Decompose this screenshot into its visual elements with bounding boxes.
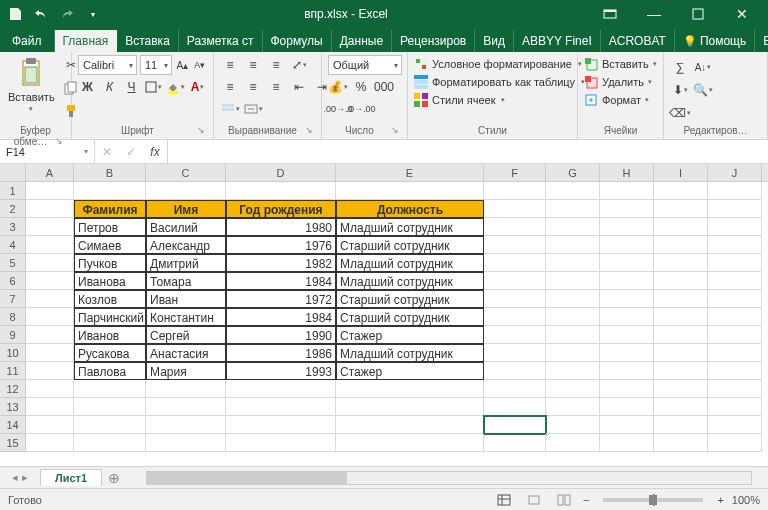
cell[interactable] — [26, 182, 74, 200]
cell[interactable] — [146, 398, 226, 416]
decrease-font-icon[interactable]: A▾ — [193, 55, 207, 75]
cell[interactable] — [600, 326, 654, 344]
increase-font-icon[interactable]: A▴ — [175, 55, 189, 75]
cell[interactable]: 1986 — [226, 344, 336, 362]
row-head[interactable]: 6 — [0, 272, 26, 290]
cell[interactable] — [26, 416, 74, 434]
font-color-button[interactable]: А — [188, 77, 207, 97]
cell[interactable] — [600, 308, 654, 326]
cell[interactable] — [600, 398, 654, 416]
cell[interactable]: Иванова — [74, 272, 146, 290]
cell[interactable] — [26, 236, 74, 254]
delete-cells-button[interactable]: Удалить — [584, 75, 657, 89]
zoom-level[interactable]: 100% — [732, 494, 760, 506]
cell[interactable] — [146, 434, 226, 452]
zoom-in-button[interactable]: + — [717, 494, 723, 506]
cell[interactable]: Старший сотрудник — [336, 290, 484, 308]
cell[interactable] — [708, 326, 762, 344]
cell[interactable] — [708, 398, 762, 416]
cell[interactable] — [654, 272, 708, 290]
cell[interactable] — [74, 416, 146, 434]
cell[interactable]: 1993 — [226, 362, 336, 380]
undo-icon[interactable] — [30, 3, 52, 25]
cell[interactable] — [484, 434, 546, 452]
minimize-button[interactable]: — — [632, 0, 676, 28]
tab-data[interactable]: Данные — [332, 30, 392, 52]
row-head[interactable]: 7 — [0, 290, 26, 308]
cell[interactable] — [654, 380, 708, 398]
cell[interactable] — [74, 380, 146, 398]
row-head[interactable]: 9 — [0, 326, 26, 344]
cell[interactable] — [484, 182, 546, 200]
cell[interactable] — [546, 326, 600, 344]
cell[interactable]: 1982 — [226, 254, 336, 272]
indent-decrease-icon[interactable]: ⇤ — [289, 77, 309, 97]
row-head[interactable]: 11 — [0, 362, 26, 380]
cell[interactable] — [600, 416, 654, 434]
cell[interactable] — [336, 416, 484, 434]
cell[interactable]: Старший сотрудник — [336, 308, 484, 326]
format-cells-button[interactable]: Формат — [584, 93, 657, 107]
cell[interactable] — [654, 254, 708, 272]
decrease-decimal-icon[interactable]: .0→.00 — [351, 99, 371, 119]
row-head[interactable]: 10 — [0, 344, 26, 362]
italic-button[interactable]: К — [100, 77, 119, 97]
align-bottom-icon[interactable]: ≡ — [266, 55, 286, 75]
cell[interactable]: Младший сотрудник — [336, 218, 484, 236]
cell[interactable] — [708, 362, 762, 380]
row-head[interactable]: 8 — [0, 308, 26, 326]
tab-signin[interactable]: Вход — [755, 30, 768, 52]
tab-file[interactable]: Файл — [0, 30, 55, 52]
cell[interactable] — [654, 290, 708, 308]
cell[interactable] — [708, 380, 762, 398]
cell[interactable] — [708, 416, 762, 434]
col-head-A[interactable]: A — [26, 164, 74, 181]
col-head-B[interactable]: B — [74, 164, 146, 181]
row-head[interactable]: 5 — [0, 254, 26, 272]
cell[interactable]: Павлова — [74, 362, 146, 380]
cell[interactable] — [654, 200, 708, 218]
zoom-out-button[interactable]: − — [583, 494, 589, 506]
cell[interactable]: Имя — [146, 200, 226, 218]
col-head-C[interactable]: C — [146, 164, 226, 181]
orientation-icon[interactable]: ⤢ — [289, 55, 309, 75]
wrap-text-icon[interactable] — [220, 99, 240, 119]
cell[interactable] — [600, 200, 654, 218]
cell[interactable] — [600, 236, 654, 254]
cell[interactable] — [484, 344, 546, 362]
cell[interactable] — [600, 380, 654, 398]
cell[interactable]: 1984 — [226, 308, 336, 326]
sheet-nav[interactable]: ◂ ▸ — [0, 471, 40, 484]
view-pagebreak-icon[interactable] — [553, 491, 575, 509]
cell[interactable]: Александр — [146, 236, 226, 254]
cell[interactable] — [226, 380, 336, 398]
align-right-icon[interactable]: ≡ — [266, 77, 286, 97]
fx-icon[interactable]: fx — [143, 145, 167, 159]
cell[interactable]: Симаев — [74, 236, 146, 254]
row-head[interactable]: 15 — [0, 434, 26, 452]
col-head-G[interactable]: G — [546, 164, 600, 181]
tab-abbyy[interactable]: ABBYY FineI — [514, 30, 601, 52]
cell[interactable] — [708, 254, 762, 272]
row-head[interactable]: 2 — [0, 200, 26, 218]
find-icon[interactable]: 🔍 — [693, 80, 713, 100]
row-head[interactable]: 12 — [0, 380, 26, 398]
format-as-table-button[interactable]: Форматировать как таблицу — [414, 75, 585, 89]
cell[interactable] — [484, 416, 546, 434]
cell[interactable] — [26, 308, 74, 326]
select-all-corner[interactable] — [0, 164, 26, 181]
cell[interactable] — [708, 272, 762, 290]
align-left-icon[interactable]: ≡ — [220, 77, 240, 97]
col-head-J[interactable]: J — [708, 164, 762, 181]
cell[interactable] — [708, 218, 762, 236]
view-layout-icon[interactable] — [523, 491, 545, 509]
align-launcher-icon[interactable]: ↘ — [305, 125, 313, 135]
qat-customize-icon[interactable]: ▾ — [82, 3, 104, 25]
tab-acrobat[interactable]: ACROBAT — [601, 30, 675, 52]
cell[interactable]: Парчинский — [74, 308, 146, 326]
tab-home[interactable]: Главная — [55, 30, 118, 52]
cell[interactable] — [74, 398, 146, 416]
cell[interactable]: 1990 — [226, 326, 336, 344]
cell[interactable] — [26, 362, 74, 380]
cell[interactable] — [146, 182, 226, 200]
